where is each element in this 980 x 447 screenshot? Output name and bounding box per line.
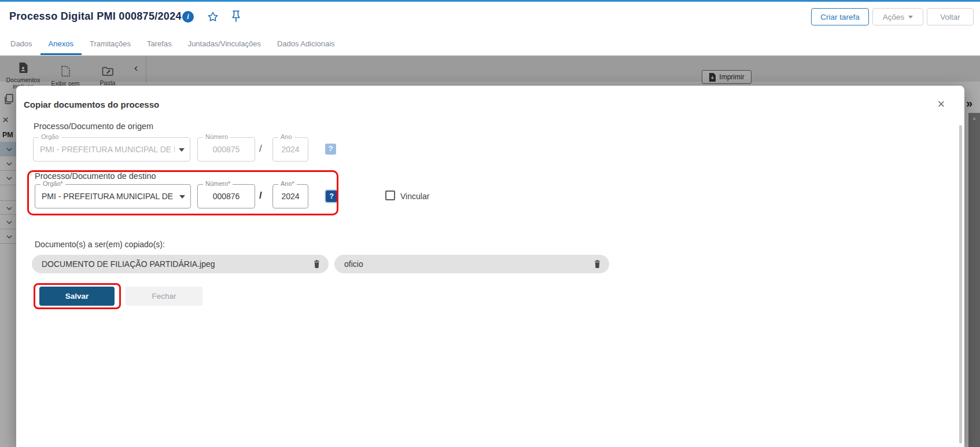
close-icon[interactable]: × (933, 96, 949, 112)
destino-section-heading: Processo/Documento de destino (35, 171, 156, 181)
docs-to-copy-label: Documento(s) a ser(em) copiado(s): (35, 240, 165, 249)
origem-help-icon[interactable]: ? (325, 144, 336, 155)
modal-scrollbar[interactable] (959, 125, 962, 444)
destino-ano-field[interactable]: Ano* 2024 (272, 184, 308, 208)
salvar-button[interactable]: Salvar (39, 287, 115, 306)
acoes-button[interactable]: Ações (872, 8, 923, 25)
acoes-label: Ações (883, 13, 905, 21)
document-chip-name: DOCUMENTO DE FILIAÇÃO PARTIDÁRIA.jpeg (42, 255, 303, 273)
origem-orgao-value: PMI - PREFEITURA MUNICIPAL DE ITA (40, 138, 175, 161)
page-header: Processo Digital PMI 000875/2024 i Criar… (0, 2, 980, 32)
tab-dados[interactable]: Dados (2, 34, 40, 55)
star-icon[interactable] (207, 10, 219, 25)
vincular-label[interactable]: Vincular (400, 192, 429, 201)
tab-tarefas[interactable]: Tarefas (139, 34, 180, 55)
origem-orgao-select: Orgão PMI - PREFEITURA MUNICIPAL DE ITA (33, 137, 190, 162)
origem-numero-field: Número 000875 (197, 137, 255, 162)
modal-title: Copiar documentos do processo (24, 100, 159, 109)
copy-documents-modal: Copiar documentos do processo × Processo… (16, 86, 964, 447)
origem-ano-field: Ano 2024 (272, 137, 308, 162)
chevron-down-icon (908, 16, 913, 19)
tab-anexos[interactable]: Anexos (40, 34, 82, 55)
criar-tarefa-button[interactable]: Criar tarefa (811, 8, 869, 25)
voltar-button[interactable]: Voltar (927, 8, 974, 25)
tab-tramitacoes[interactable]: Tramitações (82, 34, 139, 55)
pin-icon[interactable] (231, 10, 241, 25)
destino-orgao-value: PMI - PREFEITURA MUNICIPAL DE ITA (42, 185, 175, 208)
origem-ano-value: 2024 (275, 138, 305, 161)
origem-separator: / (259, 143, 262, 155)
origem-numero-value: 000875 (200, 138, 252, 161)
destino-numero-field[interactable]: Número* 000876 (197, 184, 255, 208)
chevron-down-icon (179, 148, 185, 152)
destino-ano-value: 2024 (275, 185, 305, 208)
chevron-down-icon (179, 195, 185, 199)
vincular-checkbox[interactable] (385, 190, 395, 200)
destino-separator: / (259, 190, 262, 201)
document-chip-name: oficio (344, 255, 584, 273)
tab-juntadas-vinculacoes[interactable]: Juntadas/Vinculações (180, 34, 269, 55)
fechar-button[interactable]: Fechar (126, 287, 202, 306)
destino-orgao-select[interactable]: Orgão* PMI - PREFEITURA MUNICIPAL DE ITA (35, 184, 191, 208)
origem-section-heading: Processo/Documento de origem (34, 122, 153, 131)
destino-help-icon[interactable]: ? (326, 190, 337, 202)
document-chip: oficio (334, 255, 609, 273)
document-chip: DOCUMENTO DE FILIAÇÃO PARTIDÁRIA.jpeg (32, 255, 329, 273)
app-window: Processo Digital PMI 000875/2024 i Criar… (0, 0, 980, 447)
trash-icon[interactable] (312, 259, 321, 270)
info-icon[interactable]: i (182, 11, 194, 23)
trash-icon[interactable] (593, 259, 602, 270)
tab-dados-adicionais[interactable]: Dados Adicionais (269, 34, 343, 55)
page-title: Processo Digital PMI 000875/2024 (9, 10, 182, 23)
tab-bar: Dados Anexos Tramitações Tarefas Juntada… (0, 34, 980, 56)
destino-numero-value: 000876 (200, 185, 252, 208)
